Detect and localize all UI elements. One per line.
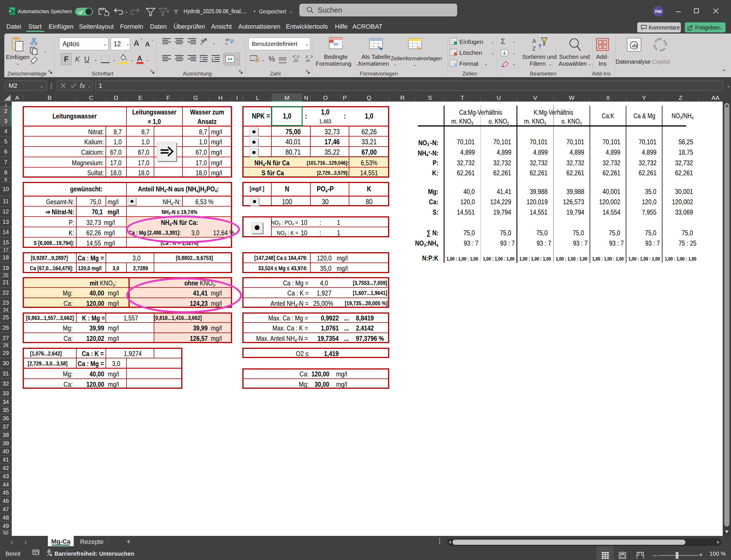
svg-text:,00: ,00 xyxy=(305,59,310,63)
svg-text:Z: Z xyxy=(532,45,536,52)
svg-text:,0: ,0 xyxy=(296,55,299,59)
svg-text:,00: ,00 xyxy=(293,59,298,63)
svg-text:ab: ab xyxy=(201,38,205,42)
svg-text:A: A xyxy=(532,38,536,44)
svg-text:c: c xyxy=(226,41,228,45)
svg-text:,0: ,0 xyxy=(305,55,308,59)
svg-text:X: X xyxy=(9,9,11,13)
svg-text:$: $ xyxy=(256,58,259,62)
svg-text:ab: ab xyxy=(226,38,230,42)
